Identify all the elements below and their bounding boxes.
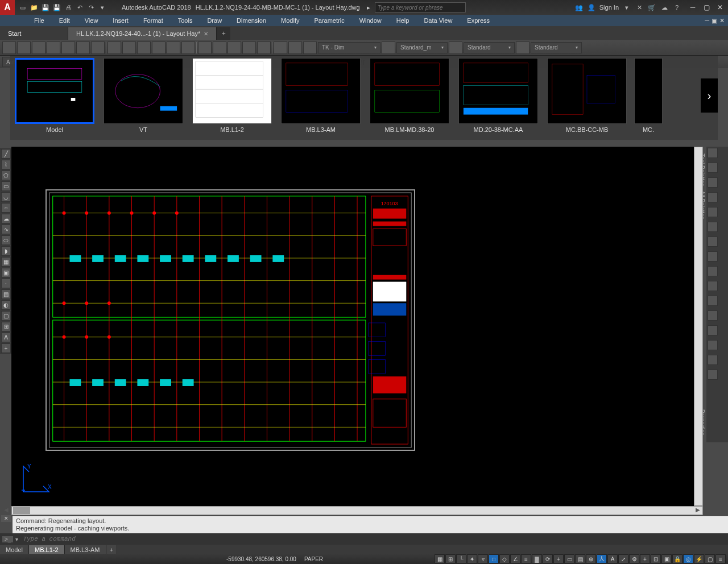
layout-thumb[interactable]: MC.BB-CC-MB [543,56,631,140]
polar-toggle[interactable]: ✦ [467,554,477,563]
dim-style-combo[interactable]: TK - Dim [318,42,380,53]
new-icon[interactable]: ▭ [18,3,27,12]
snap-toggle[interactable]: ⊞ [445,554,456,563]
gradient-icon[interactable]: ◐ [1,300,11,310]
menu-parametric[interactable]: Parametric [307,16,351,25]
mtext-icon[interactable]: A [1,333,11,342]
menu-dimension[interactable]: Dimension [230,16,273,25]
line-icon[interactable]: ╱ [1,149,11,159]
palette-btn[interactable] [708,163,718,173]
ellipsearc-icon[interactable]: ◗ [1,246,11,256]
palette-btn[interactable] [708,192,718,202]
spline-icon[interactable]: ∿ [1,225,11,234]
annovis-toggle[interactable]: A [607,554,618,563]
ribbon-btn[interactable] [274,42,287,54]
palette-btn[interactable] [708,207,718,217]
ribbon-btn[interactable] [198,42,212,54]
layout-thumb[interactable]: MB.LM-MD.38-20 [365,56,454,140]
isodraft-toggle[interactable]: ▿ [478,554,488,563]
arc-icon[interactable]: ◡ [1,192,11,202]
palette-btn[interactable] [708,370,718,380]
cart-icon[interactable]: 🛒 [647,3,656,12]
ortho-toggle[interactable]: └ [456,554,466,563]
palette-btn[interactable] [708,355,718,365]
ribbon-btn[interactable] [449,42,462,54]
sel-filter-toggle[interactable]: ▤ [575,554,585,563]
help-icon[interactable]: ? [672,3,681,12]
gallery-next-button[interactable]: › [701,78,718,113]
menu-view[interactable]: View [78,16,105,25]
ribbon-btn[interactable] [122,42,136,54]
dropdown-icon[interactable]: ▾ [622,3,631,12]
menu-window[interactable]: Window [353,16,388,25]
autoscale-toggle[interactable]: ⤢ [618,554,628,563]
palette-btn[interactable] [708,325,718,335]
add-layout-button[interactable]: + [106,545,117,554]
ribbon-btn[interactable] [17,42,31,54]
layout-thumb-model[interactable]: Model [10,56,99,140]
vertical-scrollbar[interactable] [694,147,703,506]
palette-btn[interactable] [708,340,718,350]
ribbon-btn[interactable] [107,42,121,54]
ribbon-btn[interactable] [47,42,60,54]
isolate-toggle[interactable]: ◎ [683,554,693,563]
layout-tab-model[interactable]: Model [0,545,29,554]
horizontal-scrollbar[interactable]: ▶ ◀ [11,506,703,515]
ribbon-btn[interactable] [181,42,195,54]
dyn-toggle[interactable]: + [553,554,564,563]
cmdline-dropdown-icon[interactable]: ▾ [15,536,18,542]
lockui-toggle[interactable]: 🔒 [672,554,682,563]
ribbon-btn[interactable] [91,42,105,54]
layout-thumb[interactable]: MC. [631,56,665,140]
menu-tools[interactable]: Tools [171,16,200,25]
close-button[interactable]: ✕ [714,3,726,12]
qp-toggle[interactable]: ▭ [564,554,574,563]
palette-btn[interactable] [708,148,718,158]
infocenter-icon[interactable]: 👥 [574,3,584,12]
palette-btn[interactable] [708,310,718,321]
palette-btn[interactable] [708,177,718,188]
layout-thumb[interactable]: MB.L3-AM [276,56,365,140]
ribbon-btn[interactable] [32,42,46,54]
ribbon-btn[interactable] [137,42,151,54]
hatch-icon[interactable]: ▨ [1,289,11,299]
file-tab-active[interactable]: HL.LK.1.2-NQ19-24-40...-1 (1) - Layout H… [68,27,217,40]
grid-toggle[interactable]: ▦ [435,554,445,563]
ribbon-btn[interactable] [2,42,16,54]
new-tab-button[interactable]: + [217,27,230,40]
table-icon[interactable]: ⊞ [1,322,11,331]
layout-thumb[interactable]: VT [99,56,188,140]
ribbon-btn[interactable] [76,42,90,54]
palette-btn[interactable] [708,296,718,306]
drawing-area[interactable]: 170103 Y X [11,147,703,506]
menu-edit[interactable]: Edit [52,16,77,25]
ribbon-btn[interactable] [152,42,166,54]
cmdline-prompt-icon[interactable]: >_ [2,536,13,542]
ribbon-btn[interactable] [167,42,180,54]
annoscale-toggle[interactable]: 人 [597,554,607,563]
redo-icon[interactable]: ↷ [86,3,96,12]
3dosnap-toggle[interactable]: ◇ [499,554,510,563]
ribbon-btn[interactable] [288,42,302,54]
polygon-icon[interactable]: ⬠ [1,171,11,180]
qat-more-icon[interactable]: ▾ [98,3,107,12]
save-icon[interactable]: 💾 [41,3,50,12]
menu-file[interactable]: File [27,16,51,25]
revcloud-icon[interactable]: ☁ [1,214,11,223]
table-style-combo[interactable]: Standard [464,42,515,53]
units-toggle[interactable]: ⊡ [651,554,661,563]
menu-draw[interactable]: Draw [200,16,229,25]
doc-restore-button[interactable]: ▣ [712,17,717,24]
palette-btn[interactable] [708,237,718,247]
transparency-toggle[interactable]: ▓ [532,554,542,563]
ribbon-btn[interactable] [303,42,317,54]
text-style-combo[interactable]: Standard_m [396,42,448,53]
insert-icon[interactable]: ▦ [1,257,11,267]
circle-icon[interactable]: ○ [1,203,11,213]
menu-dataview[interactable]: Data View [417,16,459,25]
menu-modify[interactable]: Modify [274,16,306,25]
command-input[interactable] [20,536,728,542]
otrack-toggle[interactable]: ∠ [510,554,520,563]
start-tab[interactable]: Start [0,27,68,40]
cmdline-close-icon[interactable]: ✕ [1,515,11,522]
